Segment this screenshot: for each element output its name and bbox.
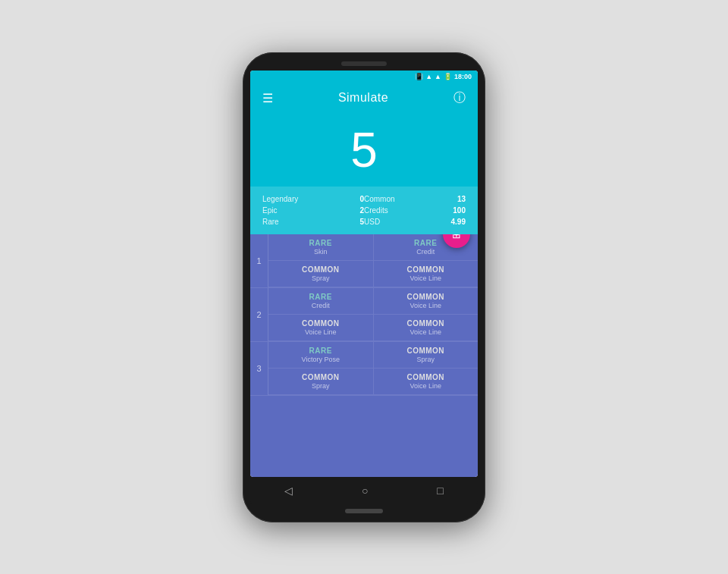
- stats-col-right: Common 13 Credits 100 USD 4.99: [364, 194, 466, 227]
- loot-rarity-label: COMMON: [275, 373, 367, 381]
- app-header: ☰ Simulate ⓘ: [250, 83, 478, 114]
- vibrate-icon: 📳: [415, 73, 423, 80]
- loot-group: 1RARESkinRARECreditCOMMONSprayCOMMONVoic…: [250, 234, 478, 288]
- stat-credits: Credits 100: [364, 205, 466, 215]
- back-button[interactable]: ◁: [269, 481, 308, 500]
- loot-item[interactable]: COMMONVoice Line: [268, 315, 374, 341]
- recent-button[interactable]: □: [422, 481, 458, 500]
- loot-rarity-label: RARE: [275, 293, 367, 301]
- loot-rarity-label: COMMON: [380, 293, 472, 301]
- loot-row: COMMONVoice LineCOMMONVoice Line: [268, 315, 478, 341]
- loot-item[interactable]: COMMONSpray: [374, 342, 479, 369]
- loot-type-label: Voice Line: [380, 382, 472, 390]
- phone-speaker: [341, 61, 387, 66]
- loot-group-items: RAREVictory PoseCOMMONSprayCOMMONSprayCO…: [268, 342, 478, 395]
- phone-screen: 📳 ▲ ▲ 🔋 18:00 ☰ Simulate ⓘ 5 Legendary 0: [250, 71, 478, 477]
- loot-rarity-label: COMMON: [380, 347, 472, 355]
- loot-type-label: Voice Line: [380, 328, 472, 336]
- stats-area: Legendary 0 Epic 2 Rare 5 Common 13: [250, 187, 478, 234]
- battery-icon: 🔋: [444, 73, 452, 80]
- loot-type-label: Voice Line: [380, 274, 472, 282]
- stat-usd: USD 4.99: [364, 217, 466, 227]
- loot-row: COMMONSprayCOMMONVoice Line: [268, 369, 478, 395]
- phone-bottom-bar: [345, 509, 383, 513]
- loot-count-number: 5: [262, 126, 466, 174]
- loot-item[interactable]: RAREVictory Pose: [268, 342, 374, 369]
- loot-rarity-label: RARE: [275, 239, 367, 247]
- loot-item[interactable]: COMMONVoice Line: [374, 261, 479, 287]
- loot-rarity-label: RARE: [275, 347, 367, 355]
- loot-type-label: Credit: [275, 302, 367, 309]
- loot-rarity-label: COMMON: [275, 319, 367, 328]
- menu-icon[interactable]: ☰: [262, 91, 273, 105]
- loot-rarity-label: COMMON: [380, 265, 472, 274]
- nav-bar: ◁ ○ □: [250, 477, 478, 504]
- stat-legendary: Legendary 0: [262, 194, 364, 204]
- loot-type-label: Spray: [275, 274, 367, 282]
- loot-item[interactable]: COMMONVoice Line: [374, 315, 479, 341]
- app-title: Simulate: [338, 91, 388, 105]
- loot-item[interactable]: COMMONVoice Line: [374, 369, 479, 395]
- time-label: 18:00: [454, 73, 472, 80]
- loot-group: 2RARECreditCOMMONVoice LineCOMMONVoice L…: [250, 288, 478, 342]
- loot-type-label: Credit: [380, 248, 472, 256]
- status-icons: 📳 ▲ ▲ 🔋 18:00: [415, 73, 472, 80]
- loot-group-number: 1: [250, 234, 268, 287]
- home-button[interactable]: ○: [347, 481, 383, 500]
- stats-col-left: Legendary 0 Epic 2 Rare 5: [262, 194, 364, 227]
- loot-type-label: Voice Line: [380, 302, 472, 309]
- loot-row: RAREVictory PoseCOMMONSpray: [268, 342, 478, 369]
- loot-group-number: 3: [250, 342, 268, 395]
- loot-rarity-label: COMMON: [275, 265, 367, 274]
- loot-item[interactable]: RARESkin: [268, 234, 374, 261]
- loot-group-items: RARECreditCOMMONVoice LineCOMMONVoice Li…: [268, 288, 478, 341]
- loot-rarity-label: COMMON: [380, 319, 472, 328]
- status-bar: 📳 ▲ ▲ 🔋 18:00: [250, 71, 478, 83]
- loot-row: RARECreditCOMMONVoice Line: [268, 288, 478, 315]
- loot-item[interactable]: COMMONVoice Line: [374, 288, 479, 315]
- loot-type-label: Victory Pose: [275, 356, 367, 363]
- loot-list[interactable]: ⊞ 1RARESkinRARECreditCOMMONSprayCOMMONVo…: [250, 234, 478, 477]
- info-icon[interactable]: ⓘ: [453, 90, 466, 106]
- loot-item[interactable]: RARECredit: [268, 288, 374, 315]
- loot-type-label: Spray: [380, 356, 472, 363]
- loot-item[interactable]: COMMONSpray: [268, 369, 374, 395]
- loot-type-label: Voice Line: [275, 328, 367, 336]
- loot-rarity-label: COMMON: [380, 373, 472, 381]
- fab-expand-icon: ⊞: [452, 234, 461, 240]
- phone-frame: 📳 ▲ ▲ 🔋 18:00 ☰ Simulate ⓘ 5 Legendary 0: [243, 52, 485, 522]
- loot-type-label: Spray: [275, 382, 367, 390]
- loot-row: COMMONSprayCOMMONVoice Line: [268, 261, 478, 287]
- signal-icon: ▲: [435, 73, 441, 80]
- loot-item[interactable]: COMMONSpray: [268, 261, 374, 287]
- loot-count-area: 5: [250, 114, 478, 187]
- wifi-icon: ▲: [425, 73, 432, 80]
- stat-common: Common 13: [364, 194, 466, 204]
- loot-group-number: 2: [250, 288, 268, 341]
- stat-epic: Epic 2: [262, 205, 364, 215]
- stat-rare: Rare 5: [262, 217, 364, 227]
- loot-type-label: Skin: [275, 248, 367, 256]
- loot-group: 3RAREVictory PoseCOMMONSprayCOMMONSprayC…: [250, 342, 478, 396]
